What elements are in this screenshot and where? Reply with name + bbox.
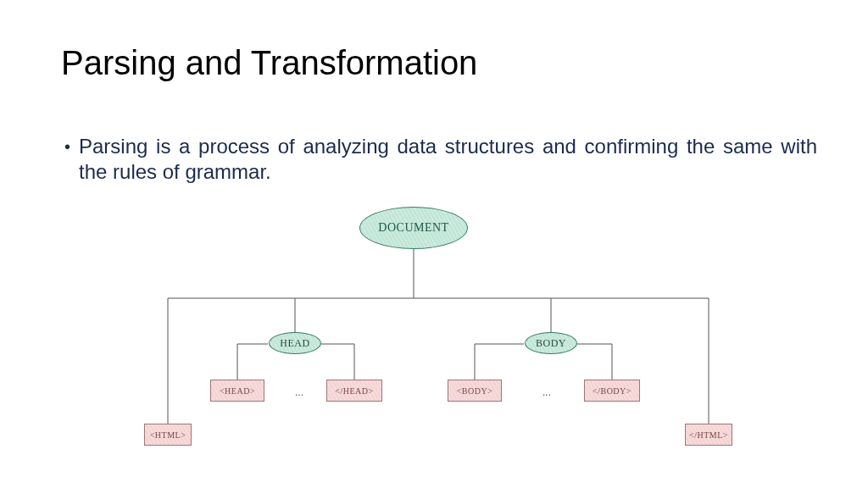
node-open-html: <HTML> (144, 424, 192, 446)
node-open-body: <BODY> (448, 380, 502, 402)
slide: Parsing and Transformation • Parsing is … (0, 0, 868, 488)
node-body: BODY (525, 332, 577, 354)
node-close-html: </HTML> (685, 424, 732, 446)
ellipsis-body: ... (542, 386, 551, 398)
node-open-head: <HEAD> (210, 380, 264, 402)
ellipsis-head: ... (295, 386, 303, 398)
bullet-item: • Parsing is a process of analyzing data… (64, 134, 817, 185)
bullet-text: Parsing is a process of analyzing data s… (79, 134, 817, 185)
node-close-head: </HEAD> (326, 380, 382, 402)
parse-tree-diagram: DOCUMENT HEAD BODY <HEAD> </HEAD> ... <B… (127, 202, 754, 464)
bullet-dot: • (64, 134, 70, 159)
slide-title: Parsing and Transformation (61, 44, 477, 82)
node-close-body: </BODY> (584, 380, 640, 402)
node-head: HEAD (269, 332, 321, 354)
node-document: DOCUMENT (359, 207, 468, 249)
